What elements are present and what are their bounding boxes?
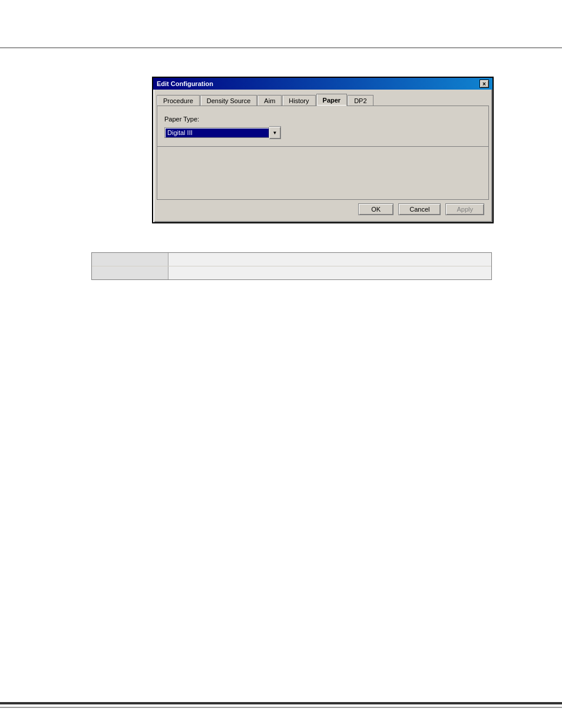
paper-type-value[interactable]: Digital III bbox=[164, 127, 269, 138]
edit-configuration-dialog: Edit Configuration × Procedure Density S… bbox=[152, 77, 494, 223]
dialog-body: Procedure Density Source Aim History Pap… bbox=[153, 90, 492, 222]
table-row bbox=[92, 253, 491, 266]
tab-aim[interactable]: Aim bbox=[257, 95, 282, 106]
ok-button[interactable]: OK bbox=[358, 203, 394, 215]
tab-content-paper: Paper Type: Digital III ▼ bbox=[157, 106, 489, 200]
table-cell-right-2 bbox=[168, 266, 491, 279]
paper-type-dropdown-container: Digital III ▼ bbox=[164, 126, 288, 139]
bottom-border bbox=[0, 702, 562, 704]
table-cell-left-2 bbox=[92, 266, 168, 279]
bottom-table bbox=[91, 252, 492, 280]
tab-content-divider bbox=[157, 146, 488, 147]
apply-button[interactable]: Apply bbox=[445, 203, 484, 215]
tab-procedure[interactable]: Procedure bbox=[157, 95, 200, 106]
table-cell-left-1 bbox=[92, 253, 168, 266]
tab-history[interactable]: History bbox=[282, 95, 315, 106]
table-cell-right-1 bbox=[168, 253, 491, 266]
bottom-border-2 bbox=[0, 707, 562, 708]
tab-bar: Procedure Density Source Aim History Pap… bbox=[157, 93, 489, 106]
top-border bbox=[0, 47, 562, 48]
paper-type-label: Paper Type: bbox=[164, 116, 481, 123]
dialog-titlebar: Edit Configuration × bbox=[153, 78, 492, 90]
table-row bbox=[92, 266, 491, 279]
dialog-title: Edit Configuration bbox=[157, 80, 213, 87]
dialog-button-row: OK Cancel Apply bbox=[157, 200, 489, 219]
dialog-close-button[interactable]: × bbox=[480, 80, 489, 88]
cancel-button[interactable]: Cancel bbox=[398, 203, 441, 215]
paper-type-dropdown-arrow[interactable]: ▼ bbox=[269, 126, 281, 139]
tab-paper[interactable]: Paper bbox=[316, 94, 348, 106]
tab-density-source[interactable]: Density Source bbox=[200, 95, 257, 106]
dialog-window: Edit Configuration × Procedure Density S… bbox=[152, 77, 494, 223]
tab-dp2[interactable]: DP2 bbox=[348, 95, 373, 106]
